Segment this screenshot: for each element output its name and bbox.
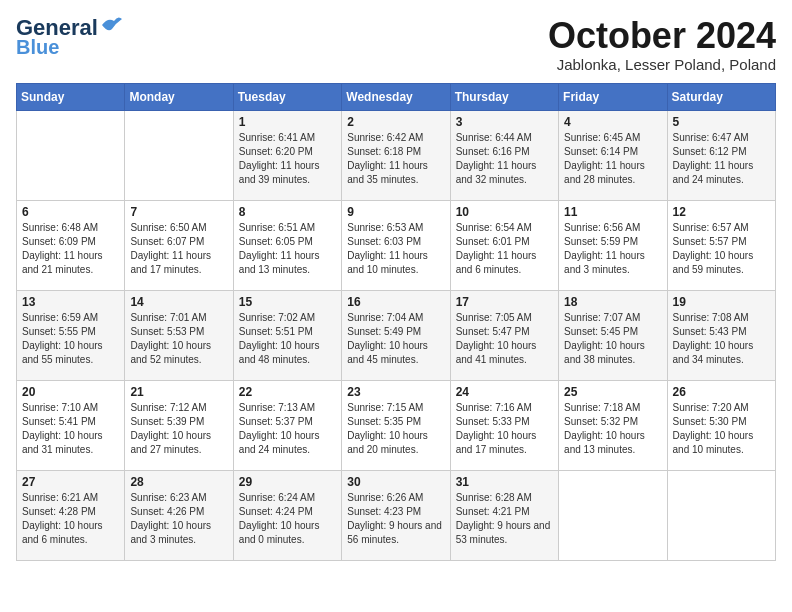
calendar-cell: 27Sunrise: 6:21 AMSunset: 4:28 PMDayligh…	[17, 470, 125, 560]
day-number: 27	[22, 475, 119, 489]
day-detail: Sunrise: 7:01 AMSunset: 5:53 PMDaylight:…	[130, 311, 227, 367]
day-detail: Sunrise: 6:53 AMSunset: 6:03 PMDaylight:…	[347, 221, 444, 277]
calendar-cell: 8Sunrise: 6:51 AMSunset: 6:05 PMDaylight…	[233, 200, 341, 290]
day-number: 7	[130, 205, 227, 219]
calendar-cell: 26Sunrise: 7:20 AMSunset: 5:30 PMDayligh…	[667, 380, 775, 470]
day-detail: Sunrise: 6:48 AMSunset: 6:09 PMDaylight:…	[22, 221, 119, 277]
day-detail: Sunrise: 6:28 AMSunset: 4:21 PMDaylight:…	[456, 491, 553, 547]
day-number: 4	[564, 115, 661, 129]
col-saturday: Saturday	[667, 83, 775, 110]
calendar-cell: 14Sunrise: 7:01 AMSunset: 5:53 PMDayligh…	[125, 290, 233, 380]
day-number: 8	[239, 205, 336, 219]
calendar-cell: 29Sunrise: 6:24 AMSunset: 4:24 PMDayligh…	[233, 470, 341, 560]
calendar-cell: 19Sunrise: 7:08 AMSunset: 5:43 PMDayligh…	[667, 290, 775, 380]
day-number: 21	[130, 385, 227, 399]
calendar-cell: 11Sunrise: 6:56 AMSunset: 5:59 PMDayligh…	[559, 200, 667, 290]
day-number: 19	[673, 295, 770, 309]
calendar-cell: 1Sunrise: 6:41 AMSunset: 6:20 PMDaylight…	[233, 110, 341, 200]
calendar-cell: 22Sunrise: 7:13 AMSunset: 5:37 PMDayligh…	[233, 380, 341, 470]
calendar-cell	[125, 110, 233, 200]
day-detail: Sunrise: 6:24 AMSunset: 4:24 PMDaylight:…	[239, 491, 336, 547]
calendar-cell: 13Sunrise: 6:59 AMSunset: 5:55 PMDayligh…	[17, 290, 125, 380]
calendar-week-row: 6Sunrise: 6:48 AMSunset: 6:09 PMDaylight…	[17, 200, 776, 290]
page-header: General Blue October 2024 Jablonka, Less…	[16, 16, 776, 73]
day-number: 22	[239, 385, 336, 399]
calendar-cell: 17Sunrise: 7:05 AMSunset: 5:47 PMDayligh…	[450, 290, 558, 380]
day-detail: Sunrise: 6:42 AMSunset: 6:18 PMDaylight:…	[347, 131, 444, 187]
calendar-week-row: 13Sunrise: 6:59 AMSunset: 5:55 PMDayligh…	[17, 290, 776, 380]
calendar-cell: 2Sunrise: 6:42 AMSunset: 6:18 PMDaylight…	[342, 110, 450, 200]
logo-text-blue: Blue	[16, 36, 59, 58]
day-detail: Sunrise: 7:15 AMSunset: 5:35 PMDaylight:…	[347, 401, 444, 457]
day-detail: Sunrise: 6:21 AMSunset: 4:28 PMDaylight:…	[22, 491, 119, 547]
day-detail: Sunrise: 7:13 AMSunset: 5:37 PMDaylight:…	[239, 401, 336, 457]
day-number: 14	[130, 295, 227, 309]
day-detail: Sunrise: 7:16 AMSunset: 5:33 PMDaylight:…	[456, 401, 553, 457]
col-wednesday: Wednesday	[342, 83, 450, 110]
calendar-week-row: 27Sunrise: 6:21 AMSunset: 4:28 PMDayligh…	[17, 470, 776, 560]
day-number: 29	[239, 475, 336, 489]
calendar-cell	[667, 470, 775, 560]
calendar-week-row: 1Sunrise: 6:41 AMSunset: 6:20 PMDaylight…	[17, 110, 776, 200]
day-number: 10	[456, 205, 553, 219]
bird-icon	[100, 15, 122, 33]
day-number: 25	[564, 385, 661, 399]
day-detail: Sunrise: 7:10 AMSunset: 5:41 PMDaylight:…	[22, 401, 119, 457]
calendar-cell: 15Sunrise: 7:02 AMSunset: 5:51 PMDayligh…	[233, 290, 341, 380]
day-number: 11	[564, 205, 661, 219]
calendar-cell: 12Sunrise: 6:57 AMSunset: 5:57 PMDayligh…	[667, 200, 775, 290]
day-number: 2	[347, 115, 444, 129]
calendar-cell: 10Sunrise: 6:54 AMSunset: 6:01 PMDayligh…	[450, 200, 558, 290]
calendar-cell: 23Sunrise: 7:15 AMSunset: 5:35 PMDayligh…	[342, 380, 450, 470]
day-number: 6	[22, 205, 119, 219]
day-number: 20	[22, 385, 119, 399]
day-detail: Sunrise: 6:23 AMSunset: 4:26 PMDaylight:…	[130, 491, 227, 547]
calendar-cell: 6Sunrise: 6:48 AMSunset: 6:09 PMDaylight…	[17, 200, 125, 290]
col-monday: Monday	[125, 83, 233, 110]
col-sunday: Sunday	[17, 83, 125, 110]
day-detail: Sunrise: 6:44 AMSunset: 6:16 PMDaylight:…	[456, 131, 553, 187]
day-detail: Sunrise: 6:47 AMSunset: 6:12 PMDaylight:…	[673, 131, 770, 187]
day-number: 16	[347, 295, 444, 309]
day-detail: Sunrise: 6:56 AMSunset: 5:59 PMDaylight:…	[564, 221, 661, 277]
day-detail: Sunrise: 6:50 AMSunset: 6:07 PMDaylight:…	[130, 221, 227, 277]
day-detail: Sunrise: 6:59 AMSunset: 5:55 PMDaylight:…	[22, 311, 119, 367]
day-detail: Sunrise: 6:57 AMSunset: 5:57 PMDaylight:…	[673, 221, 770, 277]
calendar-cell: 9Sunrise: 6:53 AMSunset: 6:03 PMDaylight…	[342, 200, 450, 290]
calendar-table: Sunday Monday Tuesday Wednesday Thursday…	[16, 83, 776, 561]
calendar-cell: 4Sunrise: 6:45 AMSunset: 6:14 PMDaylight…	[559, 110, 667, 200]
col-thursday: Thursday	[450, 83, 558, 110]
day-detail: Sunrise: 6:26 AMSunset: 4:23 PMDaylight:…	[347, 491, 444, 547]
day-detail: Sunrise: 7:07 AMSunset: 5:45 PMDaylight:…	[564, 311, 661, 367]
calendar-cell: 24Sunrise: 7:16 AMSunset: 5:33 PMDayligh…	[450, 380, 558, 470]
day-detail: Sunrise: 7:04 AMSunset: 5:49 PMDaylight:…	[347, 311, 444, 367]
calendar-cell: 21Sunrise: 7:12 AMSunset: 5:39 PMDayligh…	[125, 380, 233, 470]
day-number: 9	[347, 205, 444, 219]
day-detail: Sunrise: 7:20 AMSunset: 5:30 PMDaylight:…	[673, 401, 770, 457]
day-number: 18	[564, 295, 661, 309]
col-tuesday: Tuesday	[233, 83, 341, 110]
day-number: 24	[456, 385, 553, 399]
day-number: 13	[22, 295, 119, 309]
day-number: 26	[673, 385, 770, 399]
logo: General Blue	[16, 16, 122, 58]
day-detail: Sunrise: 7:12 AMSunset: 5:39 PMDaylight:…	[130, 401, 227, 457]
calendar-cell: 16Sunrise: 7:04 AMSunset: 5:49 PMDayligh…	[342, 290, 450, 380]
calendar-cell: 18Sunrise: 7:07 AMSunset: 5:45 PMDayligh…	[559, 290, 667, 380]
day-number: 1	[239, 115, 336, 129]
day-detail: Sunrise: 7:08 AMSunset: 5:43 PMDaylight:…	[673, 311, 770, 367]
calendar-cell: 30Sunrise: 6:26 AMSunset: 4:23 PMDayligh…	[342, 470, 450, 560]
day-number: 30	[347, 475, 444, 489]
day-number: 23	[347, 385, 444, 399]
calendar-cell: 3Sunrise: 6:44 AMSunset: 6:16 PMDaylight…	[450, 110, 558, 200]
day-number: 5	[673, 115, 770, 129]
day-detail: Sunrise: 7:18 AMSunset: 5:32 PMDaylight:…	[564, 401, 661, 457]
calendar-cell: 20Sunrise: 7:10 AMSunset: 5:41 PMDayligh…	[17, 380, 125, 470]
calendar-cell: 5Sunrise: 6:47 AMSunset: 6:12 PMDaylight…	[667, 110, 775, 200]
day-number: 31	[456, 475, 553, 489]
day-detail: Sunrise: 6:51 AMSunset: 6:05 PMDaylight:…	[239, 221, 336, 277]
day-number: 28	[130, 475, 227, 489]
calendar-header: Sunday Monday Tuesday Wednesday Thursday…	[17, 83, 776, 110]
day-detail: Sunrise: 6:45 AMSunset: 6:14 PMDaylight:…	[564, 131, 661, 187]
calendar-cell: 28Sunrise: 6:23 AMSunset: 4:26 PMDayligh…	[125, 470, 233, 560]
